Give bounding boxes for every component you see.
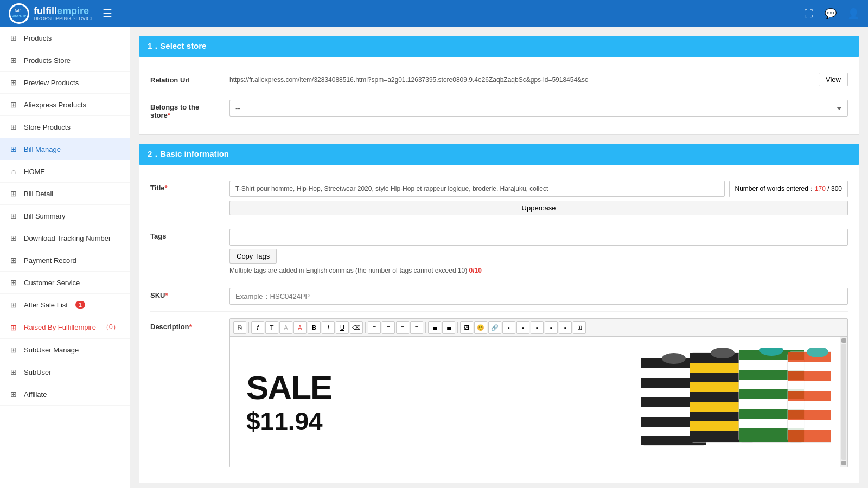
title-input[interactable] — [229, 181, 725, 197]
home-icon: ⌂ — [9, 167, 18, 176]
store-select[interactable]: -- — [229, 100, 848, 117]
tb-highlight-btn[interactable]: A — [293, 321, 307, 334]
url-value: https://fr.aliexpress.com/item/328340885… — [229, 76, 814, 84]
sidebar-item-raised-by-fulfillempire[interactable]: ⊞ Raised By Fulfillempire （0） — [0, 316, 130, 339]
url-row: https://fr.aliexpress.com/item/328340885… — [229, 73, 848, 86]
raised-icon: ⊞ — [9, 323, 18, 332]
sidebar-item-affiliate[interactable]: ⊞ Affiliate — [0, 383, 130, 406]
uppercase-button[interactable]: Uppercase — [229, 201, 848, 215]
sidebar-item-preview-products[interactable]: ⊞ Preview Products — [0, 72, 130, 94]
tb-btn4[interactable]: ▪ — [545, 321, 558, 334]
tags-row: Tags Copy Tags Multiple tags are added i… — [150, 222, 848, 281]
relation-url-row: Relation Url https://fr.aliexpress.com/i… — [150, 66, 848, 93]
sidebar-item-payment-record[interactable]: ⊞ Payment Record — [0, 249, 130, 272]
sidebar-item-subuser-manage[interactable]: ⊞ SubUser Manage — [0, 339, 130, 361]
tb-bold-btn[interactable]: B — [308, 321, 321, 334]
user-icon[interactable]: 👤 — [847, 8, 859, 20]
sidebar-item-download-tracking[interactable]: ⊞ Download Tracking Number — [0, 227, 130, 249]
customer-service-icon: ⊞ — [9, 278, 18, 287]
svg-rect-45 — [788, 430, 831, 442]
sidebar-item-bill-detail[interactable]: ⊞ Bill Detail — [0, 183, 130, 205]
fullscreen-icon[interactable]: ⛶ — [804, 8, 814, 20]
sidebar-item-products[interactable]: ⊞ Products — [0, 27, 130, 49]
preview-products-icon: ⊞ — [9, 78, 18, 87]
description-scrollbar[interactable] — [840, 337, 847, 467]
svg-rect-42 — [788, 401, 831, 410]
sidebar-label-affiliate: Affiliate — [24, 390, 47, 399]
tb-format-btn[interactable]: f — [251, 321, 264, 334]
sidebar-item-products-store[interactable]: ⊞ Products Store — [0, 49, 130, 72]
sidebar-item-customer-service[interactable]: ⊞ Customer Service — [0, 272, 130, 294]
tb-fullscreen-btn[interactable]: ⊞ — [573, 321, 586, 334]
sale-text-block: SALE $11.94 — [246, 368, 603, 436]
sidebar-item-bill-summary[interactable]: ⊞ Bill Summary — [0, 205, 130, 227]
tb-btn5[interactable]: ▪ — [559, 321, 572, 334]
store-products-icon: ⊞ — [9, 123, 18, 131]
view-button[interactable]: View — [819, 73, 848, 86]
after-sale-badge: 1 — [75, 301, 85, 309]
sidebar: ⊞ Products ⊞ Products Store ⊞ Preview Pr… — [0, 27, 130, 488]
sidebar-item-bill-manage[interactable]: ⊞ Bill Manage — [0, 138, 130, 160]
tb-emoji-btn[interactable]: 😊 — [474, 321, 487, 334]
tb-ordered-list-btn[interactable]: ≣ — [428, 321, 441, 334]
sidebar-label-store-products: Store Products — [24, 123, 71, 131]
section2-header: 2．Basic information — [139, 144, 859, 165]
svg-rect-43 — [788, 410, 831, 420]
sidebar-label-products-store: Products Store — [24, 56, 71, 65]
sidebar-item-subuser[interactable]: ⊞ SubUser — [0, 361, 130, 383]
sidebar-item-after-sale-list[interactable]: ⊞ After Sale List 1 — [0, 294, 130, 316]
affiliate-icon: ⊞ — [9, 390, 18, 399]
tb-underline-btn[interactable]: U — [336, 321, 349, 334]
logo-icon: fulfill DROPSHIP — [9, 3, 29, 24]
description-content[interactable]: SALE $11.94 — [230, 337, 847, 467]
sale-banner: SALE $11.94 — [230, 337, 847, 467]
bill-manage-icon: ⊞ — [9, 145, 18, 153]
tb-erase-btn[interactable]: ⌫ — [350, 321, 363, 334]
title-label: Title* — [150, 181, 221, 192]
tags-control: Copy Tags Multiple tags are added in Eng… — [229, 229, 848, 274]
belongs-control: -- — [229, 100, 848, 117]
tb-font-color-btn[interactable]: A — [279, 321, 292, 334]
tb-unordered-list-btn[interactable]: ≣ — [442, 321, 455, 334]
tb-justify-btn[interactable]: ≡ — [410, 321, 423, 334]
copy-tags-button[interactable]: Copy Tags — [229, 249, 277, 264]
sidebar-item-home[interactable]: ⌂ HOME — [0, 160, 130, 183]
tags-hint: Multiple tags are added in English comma… — [229, 267, 848, 274]
subuser-manage-icon: ⊞ — [9, 345, 18, 354]
content-area: 1．Select store Relation Url https://fr.a… — [130, 27, 868, 488]
hamburger-menu-icon[interactable]: ☰ — [103, 7, 112, 20]
shirts-image — [625, 348, 831, 456]
belongs-label: Belongs to the store* — [150, 100, 221, 119]
sku-label: SKU* — [150, 288, 221, 299]
sidebar-item-store-products[interactable]: ⊞ Store Products — [0, 116, 130, 138]
tb-align-left-btn[interactable]: ≡ — [368, 321, 381, 334]
tb-align-center-btn[interactable]: ≡ — [382, 321, 395, 334]
logo-subtitle: DROPSHIPPING SERVICE — [34, 16, 94, 21]
svg-point-13 — [662, 353, 686, 364]
tb-btn1[interactable]: ▪ — [502, 321, 515, 334]
tb-btn3[interactable]: ▪ — [531, 321, 544, 334]
section1-card: Relation Url https://fr.aliexpress.com/i… — [139, 57, 859, 135]
tb-link-btn[interactable]: 🔗 — [488, 321, 501, 334]
tb-font-size-btn[interactable]: T — [265, 321, 278, 334]
tb-source-btn[interactable]: ⎘ — [233, 321, 246, 334]
tb-btn2[interactable]: ▪ — [516, 321, 529, 334]
tb-italic-btn[interactable]: I — [322, 321, 335, 334]
tags-label: Tags — [150, 229, 221, 240]
products-icon: ⊞ — [9, 34, 18, 42]
sidebar-label-aliexpress: Aliexpress Products — [24, 101, 86, 109]
tb-align-right-btn[interactable]: ≡ — [396, 321, 409, 334]
sidebar-label-products: Products — [24, 34, 52, 42]
sidebar-label-customer-service: Customer Service — [24, 279, 80, 287]
sidebar-item-aliexpress-products[interactable]: ⊞ Aliexpress Products — [0, 94, 130, 116]
description-label: Description* — [150, 318, 221, 331]
chat-icon[interactable]: 💬 — [825, 8, 837, 20]
tags-input[interactable] — [229, 229, 848, 246]
svg-text:DROPSHIP: DROPSHIP — [12, 14, 27, 17]
title-control: Number of words entered：170 / 300 Upperc… — [229, 181, 848, 215]
svg-rect-40 — [788, 381, 831, 391]
sku-input[interactable] — [229, 288, 848, 305]
tb-image-btn[interactable]: 🖼 — [460, 321, 473, 334]
download-tracking-icon: ⊞ — [9, 234, 18, 242]
relation-url-label: Relation Url — [150, 73, 221, 84]
